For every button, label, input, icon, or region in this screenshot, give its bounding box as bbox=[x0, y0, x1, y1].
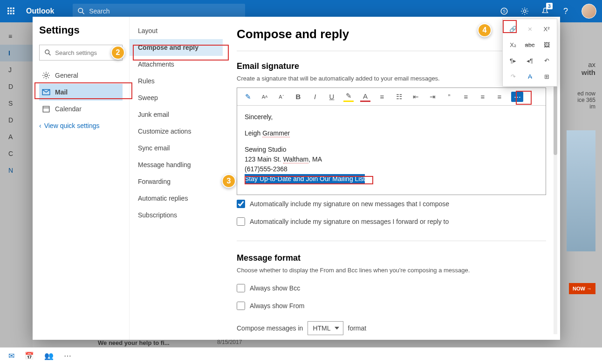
italic-icon[interactable]: I bbox=[310, 92, 320, 102]
quick-settings-label: View quick settings bbox=[44, 122, 100, 129]
numbering-icon[interactable]: ☷ bbox=[394, 92, 404, 102]
ad-image bbox=[567, 130, 595, 251]
ltr-icon[interactable]: ¶▸ bbox=[506, 54, 520, 67]
checkbox-bcc-input[interactable] bbox=[237, 284, 245, 292]
checkbox-from-input[interactable] bbox=[237, 302, 245, 310]
app-launcher[interactable] bbox=[0, 0, 22, 22]
ad-panel-text: ax with ed now ice 365 im bbox=[577, 61, 595, 110]
mid-junk[interactable]: Junk email bbox=[130, 106, 223, 123]
notification-badge: 3 bbox=[546, 3, 553, 9]
signature-desc: Create a signature that will be automati… bbox=[237, 75, 546, 82]
chevron-left-icon: ‹ bbox=[39, 122, 41, 129]
view-quick-settings-link[interactable]: ‹ View quick settings bbox=[39, 122, 123, 129]
sig-phone: (617)555-2368 bbox=[245, 164, 538, 174]
compose-format-row: Compose messages in HTML format bbox=[237, 321, 546, 335]
settings-mid-pane: Layout Compose and reply Attachments Rul… bbox=[130, 17, 223, 340]
nav-mail[interactable]: Mail bbox=[39, 84, 123, 101]
ad-cta-button[interactable]: NOW → bbox=[569, 283, 595, 294]
quote-icon[interactable]: ” bbox=[444, 92, 454, 102]
svg-point-14 bbox=[45, 50, 49, 54]
align-right-icon[interactable]: ≡ bbox=[494, 92, 505, 102]
sig-addr: 123 Main St. Waltham, MA bbox=[245, 155, 538, 164]
mid-subscriptions[interactable]: Subscriptions bbox=[130, 207, 223, 223]
settings-search[interactable] bbox=[39, 45, 123, 61]
align-left-icon[interactable]: ≡ bbox=[461, 92, 471, 102]
settings-left-pane: Settings General Mail Calendar ‹ View qu… bbox=[33, 17, 130, 340]
more-modules-icon[interactable]: ⋯ bbox=[64, 351, 71, 360]
calendar-module-icon[interactable]: 📅 bbox=[25, 351, 34, 360]
compose-label-post: format bbox=[348, 324, 367, 332]
nav-general-label: General bbox=[55, 72, 78, 79]
checkbox-from[interactable]: Always show From bbox=[237, 302, 546, 310]
mid-msg-handling[interactable]: Message handling bbox=[130, 156, 223, 173]
align-center-icon[interactable]: ≡ bbox=[478, 92, 488, 102]
underline-icon[interactable]: U bbox=[327, 92, 337, 102]
signature-toolbar: ✎ AA A˅ B I U ✎ A ≡ ☷ ⇤ ⇥ ” ≡ ≡ ≡ ⋯ bbox=[237, 88, 546, 106]
mid-compose-reply[interactable]: Compose and reply bbox=[130, 39, 223, 56]
sig-link-highlighted[interactable]: Stay Up-to-Date and Join Our Mailing Lis… bbox=[245, 174, 365, 184]
insert-link-icon[interactable]: 🔗 bbox=[506, 22, 520, 36]
strikethrough-icon[interactable]: abc bbox=[522, 38, 537, 52]
format-painter-icon[interactable]: ✎ bbox=[243, 92, 253, 102]
undo-icon[interactable]: ↶ bbox=[539, 54, 554, 67]
mail-module-icon[interactable]: ✉ bbox=[8, 351, 14, 360]
bullets-icon[interactable]: ≡ bbox=[377, 92, 387, 102]
main-title: Compose and reply bbox=[237, 27, 546, 41]
search-icon bbox=[44, 48, 51, 57]
signature-body[interactable]: Sincerely, Leigh Grammer Sewing Studio 1… bbox=[237, 106, 546, 190]
mid-layout[interactable]: Layout bbox=[130, 22, 223, 39]
outdent-icon[interactable]: ⇤ bbox=[410, 92, 421, 102]
svg-line-15 bbox=[49, 54, 51, 55]
brand-name: Outlook bbox=[26, 7, 54, 15]
superscript-icon[interactable]: X² bbox=[539, 22, 554, 36]
compose-label-pre: Compose messages in bbox=[237, 324, 303, 332]
subscript-icon[interactable]: X₂ bbox=[506, 38, 520, 52]
svg-point-13 bbox=[523, 10, 526, 13]
callout-4: 4 bbox=[478, 23, 492, 37]
search-input[interactable] bbox=[89, 7, 240, 15]
nav-calendar-label: Calendar bbox=[55, 105, 82, 113]
font-size-icon[interactable]: AA bbox=[260, 92, 270, 102]
checkbox-new-input[interactable] bbox=[237, 200, 245, 208]
redo-icon[interactable]: ↷ bbox=[506, 69, 520, 83]
nav-calendar[interactable]: Calendar bbox=[39, 101, 123, 117]
insert-table-icon[interactable]: ⊞ bbox=[539, 69, 554, 83]
callout-3: 3 bbox=[222, 174, 236, 188]
people-module-icon[interactable]: 👥 bbox=[44, 351, 54, 360]
more-formatting-button[interactable]: ⋯ bbox=[511, 92, 523, 102]
avatar[interactable] bbox=[581, 4, 596, 19]
nav-general[interactable]: General bbox=[39, 67, 123, 84]
sig-name: Leigh Grammer bbox=[245, 128, 538, 138]
checkbox-bcc-label: Always show Bcc bbox=[250, 284, 300, 292]
mid-sync[interactable]: Sync email bbox=[130, 140, 223, 156]
mid-sweep[interactable]: Sweep bbox=[130, 89, 223, 106]
extended-toolbar-popup: 🔗 ⨯ X² X₂ abc 🖼 ¶▸ ◂¶ ↶ ↷ A̶ ⊞ bbox=[502, 19, 557, 87]
bold-icon[interactable]: B bbox=[293, 92, 303, 102]
settings-title: Settings bbox=[39, 24, 123, 36]
checkbox-reply-input[interactable] bbox=[237, 217, 245, 226]
mid-customize[interactable]: Customize actions bbox=[130, 123, 223, 140]
svg-point-16 bbox=[45, 74, 48, 77]
checkbox-from-label: Always show From bbox=[250, 302, 304, 310]
mail-icon bbox=[42, 88, 50, 96]
mid-auto-replies[interactable]: Automatic replies bbox=[130, 190, 223, 207]
svg-line-10 bbox=[82, 12, 84, 14]
settings-search-input[interactable] bbox=[55, 49, 117, 56]
compose-format-select[interactable]: HTML bbox=[308, 321, 343, 335]
mid-rules[interactable]: Rules bbox=[130, 73, 223, 89]
callout-2: 2 bbox=[111, 46, 125, 60]
checkbox-new-messages[interactable]: Automatically include my signature on ne… bbox=[237, 200, 546, 208]
font-color-icon[interactable]: A bbox=[360, 92, 370, 102]
mid-attachments[interactable]: Attachments bbox=[130, 56, 223, 73]
rtl-icon[interactable]: ◂¶ bbox=[522, 54, 537, 67]
remove-link-icon[interactable]: ⨯ bbox=[522, 22, 537, 36]
clear-formatting-icon[interactable]: A̶ bbox=[522, 69, 537, 83]
checkbox-bcc[interactable]: Always show Bcc bbox=[237, 284, 546, 292]
svg-rect-5 bbox=[13, 10, 14, 12]
insert-picture-icon[interactable]: 🖼 bbox=[539, 38, 554, 52]
highlight-icon[interactable]: ✎ bbox=[343, 92, 354, 102]
decrease-font-icon[interactable]: A˅ bbox=[276, 92, 287, 102]
indent-icon[interactable]: ⇥ bbox=[427, 92, 438, 102]
checkbox-forward-reply[interactable]: Automatically include my signature on me… bbox=[237, 217, 546, 226]
mid-forwarding[interactable]: Forwarding bbox=[130, 173, 223, 190]
